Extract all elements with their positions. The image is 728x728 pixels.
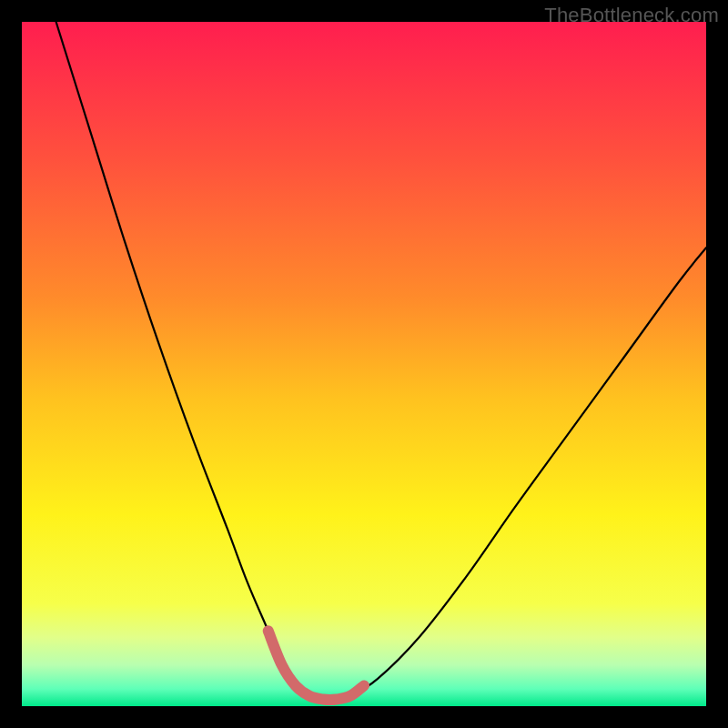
plot-area bbox=[22, 22, 706, 706]
gradient-background bbox=[22, 22, 706, 706]
chart-frame: TheBottleneck.com bbox=[0, 0, 728, 728]
watermark-text: TheBottleneck.com bbox=[544, 4, 719, 27]
chart-svg bbox=[22, 22, 706, 706]
